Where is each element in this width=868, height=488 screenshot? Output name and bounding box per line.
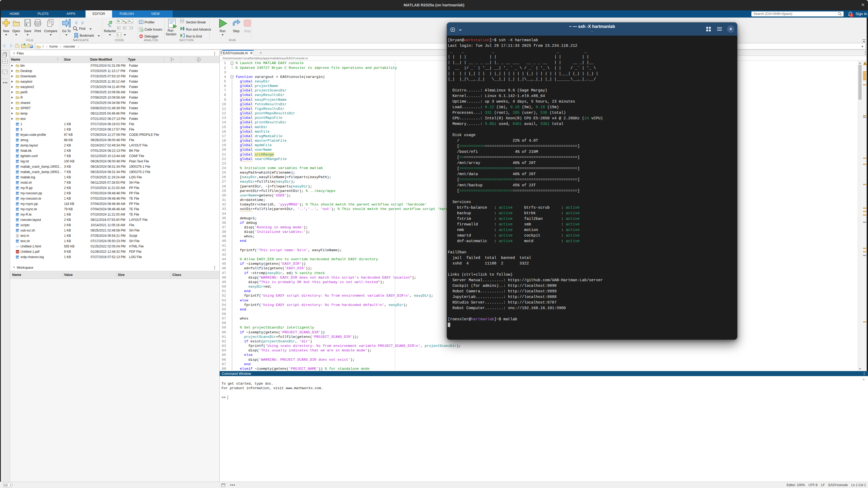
svg-text:%: % — [123, 20, 125, 23]
svg-text:PDF: PDF — [16, 251, 20, 253]
svg-text:</>: </> — [16, 246, 20, 248]
svg-text:%: % — [117, 20, 120, 23]
svg-text:%: % — [129, 20, 131, 23]
svg-text:fx: fx — [109, 24, 111, 27]
svg-text:fi: fi — [117, 33, 119, 36]
